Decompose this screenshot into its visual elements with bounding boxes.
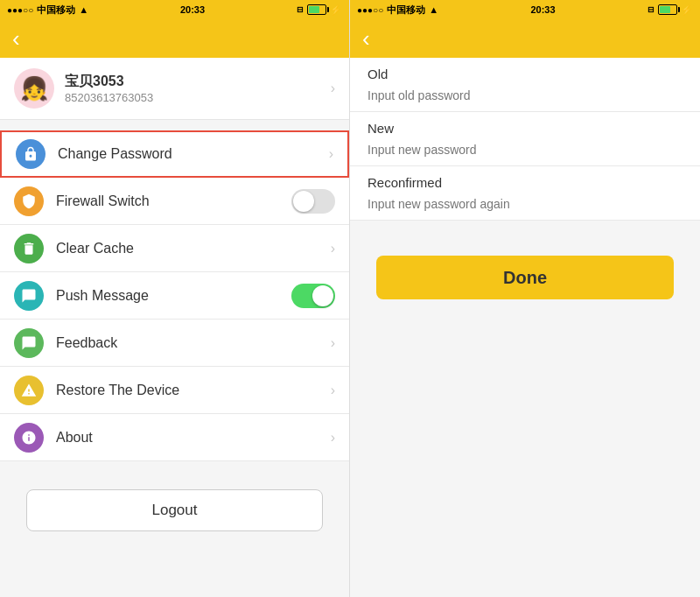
right-status-right: ⊟ ⚡ <box>648 4 693 16</box>
right-battery-icon <box>658 4 677 15</box>
firewall-toggle-knob <box>293 191 314 212</box>
left-panel: ●●●○○ 中国移动 ▲ 20:33 ⊟ ⚡ ‹ 👧 宝贝3053 852036… <box>0 0 350 597</box>
menu-item-feedback[interactable]: Feedback › <box>0 320 349 367</box>
change-password-label: Change Password <box>58 146 317 162</box>
feedback-chevron: › <box>331 335 335 351</box>
right-signal: ●●●○○ <box>357 5 383 15</box>
left-time: 20:33 <box>180 4 205 15</box>
done-section: Done <box>350 229 700 326</box>
menu-item-push-message[interactable]: Push Message <box>0 272 349 320</box>
logout-button[interactable]: Logout <box>26 489 323 531</box>
left-carrier: 中国移动 <box>37 4 75 17</box>
about-label: About <box>56 430 318 446</box>
left-back-button[interactable]: ‹ <box>12 25 20 53</box>
change-password-chevron: › <box>329 146 333 162</box>
new-password-input[interactable] <box>368 139 682 165</box>
push-message-toggle-knob <box>312 285 333 306</box>
feedback-icon <box>14 328 44 358</box>
menu-section: Change Password › Firewall Switch Clear … <box>0 130 349 461</box>
push-message-icon <box>14 281 44 311</box>
right-status-bar: ●●●○○ 中国移动 ▲ 20:33 ⊟ ⚡ <box>350 0 700 19</box>
reconfirm-password-group: Reconfirmed <box>350 166 700 221</box>
profile-info: 宝贝3053 85203613763053 <box>65 73 153 104</box>
profile-section[interactable]: 👧 宝贝3053 85203613763053 › <box>0 58 349 120</box>
restore-device-label: Restore The Device <box>56 383 318 398</box>
menu-item-change-password[interactable]: Change Password › <box>0 130 349 178</box>
right-wifi-icon: ▲ <box>429 4 438 15</box>
menu-item-about[interactable]: About › <box>0 414 349 461</box>
right-panel: ●●●○○ 中国移动 ▲ 20:33 ⊟ ⚡ ‹ Old New Reconfi… <box>350 0 700 597</box>
left-status-left: ●●●○○ 中国移动 ▲ <box>7 4 88 17</box>
left-status-bar: ●●●○○ 中国移动 ▲ 20:33 ⊟ ⚡ <box>0 0 349 19</box>
left-signal: ●●●○○ <box>7 5 33 15</box>
reconfirm-password-label: Reconfirmed <box>368 175 682 190</box>
old-password-label: Old <box>368 67 682 81</box>
about-chevron: › <box>331 430 335 446</box>
logout-section: Logout <box>0 472 349 549</box>
restore-device-chevron: › <box>331 383 335 398</box>
left-sim-icon: ⊟ <box>297 5 304 14</box>
right-battery-fill <box>660 6 670 13</box>
restore-device-icon <box>14 376 44 405</box>
clear-cache-chevron: › <box>331 241 335 256</box>
reconfirm-password-input[interactable] <box>368 193 682 220</box>
new-password-group: New <box>350 112 700 166</box>
firewall-toggle[interactable] <box>291 189 335 214</box>
feedback-label: Feedback <box>56 335 318 351</box>
firewall-switch-label: Firewall Switch <box>56 193 279 209</box>
old-password-group: Old <box>350 58 700 112</box>
about-icon <box>14 423 44 453</box>
push-message-toggle[interactable] <box>291 284 335 308</box>
profile-name: 宝贝3053 <box>65 73 153 91</box>
profile-chevron: › <box>331 81 335 96</box>
clear-cache-icon <box>14 234 44 263</box>
menu-item-firewall-switch[interactable]: Firewall Switch <box>0 178 349 225</box>
profile-id: 85203613763053 <box>65 91 153 104</box>
left-top-header: ‹ <box>0 19 349 58</box>
left-battery-icon <box>307 4 326 15</box>
right-bolt: ⚡ <box>681 4 693 16</box>
new-password-label: New <box>368 121 682 136</box>
right-status-left: ●●●○○ 中国移动 ▲ <box>357 4 438 17</box>
left-wifi-icon: ▲ <box>79 4 88 15</box>
right-time: 20:33 <box>530 4 555 15</box>
push-message-label: Push Message <box>56 288 279 304</box>
avatar: 👧 <box>14 68 54 109</box>
menu-item-restore-device[interactable]: Restore The Device › <box>0 367 349 414</box>
firewall-icon <box>14 186 44 216</box>
right-back-button[interactable]: ‹ <box>362 25 370 53</box>
right-carrier: 中国移动 <box>387 4 425 17</box>
avatar-image: 👧 <box>20 77 48 100</box>
clear-cache-label: Clear Cache <box>56 241 318 256</box>
menu-item-clear-cache[interactable]: Clear Cache › <box>0 225 349 272</box>
old-password-input[interactable] <box>368 85 682 111</box>
done-button[interactable]: Done <box>376 256 674 299</box>
left-status-right: ⊟ ⚡ <box>297 4 342 16</box>
change-password-icon <box>16 139 46 169</box>
right-top-header: ‹ <box>350 19 700 58</box>
left-bolt: ⚡ <box>330 4 342 16</box>
right-sim-icon: ⊟ <box>648 5 654 14</box>
password-form: Old New Reconfirmed <box>350 58 700 221</box>
left-battery-fill <box>309 6 319 13</box>
